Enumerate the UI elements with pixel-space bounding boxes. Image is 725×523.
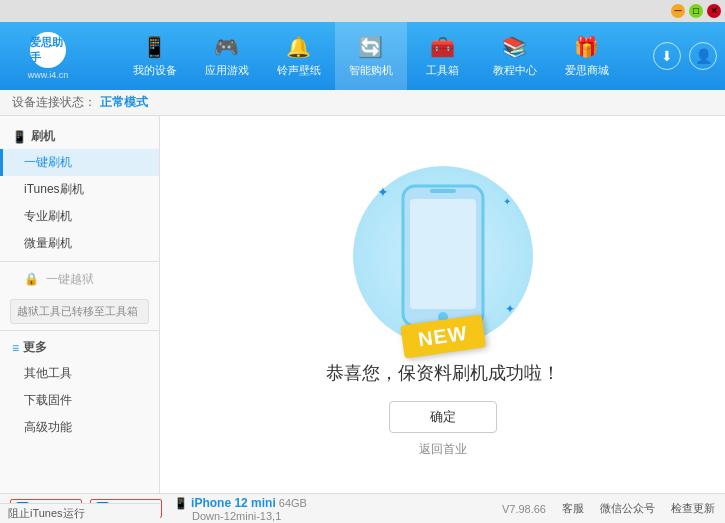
- close-button[interactable]: ✕: [707, 4, 721, 18]
- nav-label-apps-games: 应用游戏: [205, 63, 249, 78]
- sidebar-item-save-flash[interactable]: 微量刷机: [0, 230, 159, 257]
- nav-item-tutorials[interactable]: 📚 教程中心: [479, 22, 551, 90]
- nav-item-store[interactable]: 🎁 爱思商城: [551, 22, 623, 90]
- store-icon: 🎁: [574, 35, 599, 59]
- confirm-button[interactable]: 确定: [389, 401, 497, 433]
- more-section-label: 更多: [23, 339, 47, 356]
- jailbreak-section-label: 一键越狱: [46, 272, 94, 286]
- sidebar: 📱 刷机 一键刷机 iTunes刷机 专业刷机 微量刷机 🔒 一键越狱 越狱工具…: [0, 116, 160, 493]
- header-right: ⬇ 👤: [653, 42, 717, 70]
- support-link[interactable]: 客服: [562, 501, 584, 516]
- title-bar: ─ □ ✕: [0, 0, 725, 22]
- sparkle-3: ✦: [505, 302, 515, 316]
- device-name: iPhone 12 mini: [191, 496, 276, 510]
- nav-label-toolbox: 工具箱: [426, 63, 459, 78]
- nav-item-my-device[interactable]: 📱 我的设备: [119, 22, 191, 90]
- sidebar-divider-1: [0, 261, 159, 262]
- device-info: 📱 iPhone 12 mini 64GB Down-12mini-13,1: [174, 496, 307, 522]
- content-area: ✦ ✦ ✦ NEW 恭喜您，保资料刷机成功啦！ 确定 返回首业: [160, 116, 725, 493]
- status-value: 正常模式: [100, 94, 148, 111]
- sidebar-item-other-tools[interactable]: 其他工具: [0, 360, 159, 387]
- sidebar-header-more: ≡ 更多: [0, 335, 159, 360]
- device-icon: 📱: [174, 497, 188, 509]
- svg-rect-2: [430, 189, 456, 193]
- header: 爱思助手 www.i4.cn 📱 我的设备 🎮 应用游戏 🔔 铃声壁纸 🔄 智能…: [0, 22, 725, 90]
- nav-items: 📱 我的设备 🎮 应用游戏 🔔 铃声壁纸 🔄 智能购机 🧰 工具箱 📚 教程中心…: [88, 22, 653, 90]
- ringtones-icon: 🔔: [286, 35, 311, 59]
- sidebar-header-jailbreak: 🔒 一键越狱: [0, 266, 159, 293]
- bottom-right: V7.98.66 客服 微信公众号 检查更新: [502, 501, 715, 516]
- toolbox-icon: 🧰: [430, 35, 455, 59]
- sidebar-item-pro-flash[interactable]: 专业刷机: [0, 203, 159, 230]
- sidebar-item-one-key-flash[interactable]: 一键刷机: [0, 149, 159, 176]
- sidebar-divider-2: [0, 330, 159, 331]
- itunes-status-label: 阻止iTunes运行: [8, 506, 85, 521]
- my-device-icon: 📱: [142, 35, 167, 59]
- nav-label-ringtones: 铃声壁纸: [277, 63, 321, 78]
- more-section-icon: ≡: [12, 341, 19, 355]
- nav-item-apps-games[interactable]: 🎮 应用游戏: [191, 22, 263, 90]
- main-area: 📱 刷机 一键刷机 iTunes刷机 专业刷机 微量刷机 🔒 一键越狱 越狱工具…: [0, 116, 725, 493]
- update-link[interactable]: 检查更新: [671, 501, 715, 516]
- logo-area: 爱思助手 www.i4.cn: [8, 32, 88, 80]
- flash-section-label: 刷机: [31, 128, 55, 145]
- logo-icon: 爱思助手: [30, 32, 66, 68]
- sparkle-1: ✦: [377, 184, 389, 200]
- nav-label-my-device: 我的设备: [133, 63, 177, 78]
- flash-section-icon: 📱: [12, 130, 27, 144]
- nav-item-toolbox[interactable]: 🧰 工具箱: [407, 22, 479, 90]
- device-storage: 64GB: [279, 497, 307, 509]
- home-link[interactable]: 返回首业: [419, 441, 467, 458]
- svg-rect-1: [410, 199, 476, 309]
- sidebar-item-itunes-flash[interactable]: iTunes刷机: [0, 176, 159, 203]
- version-label: V7.98.66: [502, 503, 546, 515]
- sidebar-header-flash: 📱 刷机: [0, 124, 159, 149]
- logo-url: www.i4.cn: [28, 70, 69, 80]
- nav-label-tutorials: 教程中心: [493, 63, 537, 78]
- minimize-button[interactable]: ─: [671, 4, 685, 18]
- jailbreak-section-icon: 🔒: [24, 272, 39, 286]
- maximize-button[interactable]: □: [689, 4, 703, 18]
- wechat-link[interactable]: 微信公众号: [600, 501, 655, 516]
- success-illustration: ✦ ✦ ✦ NEW: [343, 151, 543, 361]
- sidebar-info-jailbreak: 越狱工具已转移至工具箱: [10, 299, 149, 324]
- user-button[interactable]: 👤: [689, 42, 717, 70]
- nav-item-ringtones[interactable]: 🔔 铃声壁纸: [263, 22, 335, 90]
- download-button[interactable]: ⬇: [653, 42, 681, 70]
- smart-shop-icon: 🔄: [358, 35, 383, 59]
- nav-item-smart-shop[interactable]: 🔄 智能购机: [335, 22, 407, 90]
- itunes-status-bar: 阻止iTunes运行: [0, 503, 160, 523]
- device-system: Down-12mini-13,1: [174, 510, 281, 522]
- tutorials-icon: 📚: [502, 35, 527, 59]
- sidebar-item-advanced[interactable]: 高级功能: [0, 414, 159, 441]
- apps-games-icon: 🎮: [214, 35, 239, 59]
- nav-label-smart-shop: 智能购机: [349, 63, 393, 78]
- phone-svg: [398, 181, 488, 331]
- nav-label-store: 爱思商城: [565, 63, 609, 78]
- sparkle-2: ✦: [503, 196, 511, 207]
- success-text: 恭喜您，保资料刷机成功啦！: [326, 361, 560, 385]
- sidebar-item-download-firmware[interactable]: 下载固件: [0, 387, 159, 414]
- status-label: 设备连接状态：: [12, 94, 96, 111]
- status-bar: 设备连接状态： 正常模式: [0, 90, 725, 116]
